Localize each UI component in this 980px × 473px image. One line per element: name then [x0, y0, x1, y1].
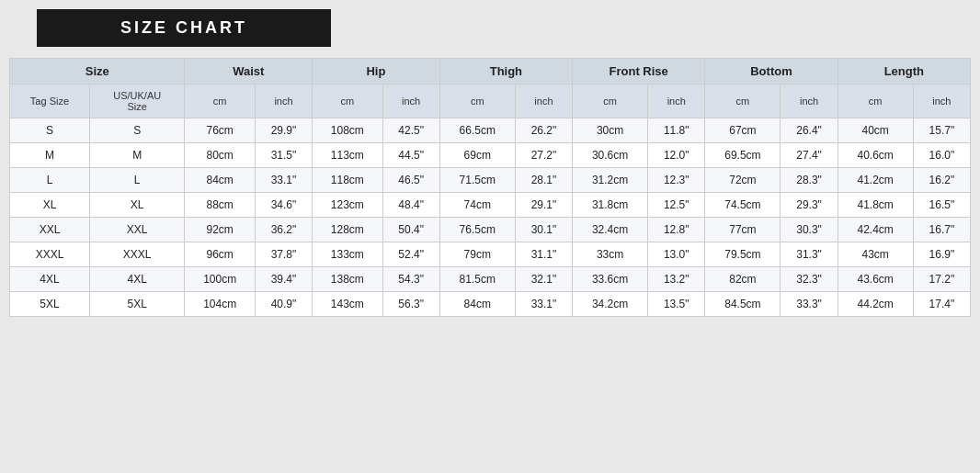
sub-len-inch: inch [913, 84, 970, 118]
table-cell: 16.0" [913, 143, 970, 168]
table-cell: 108cm [313, 118, 382, 143]
table-cell: 33.6cm [573, 267, 648, 292]
table-cell: 74.5cm [705, 193, 781, 218]
table-cell: 17.2" [913, 267, 970, 292]
table-cell: 28.3" [781, 168, 838, 193]
table-cell: 42.5" [382, 118, 439, 143]
table-cell: 76cm [185, 118, 255, 143]
table-cell: 43cm [838, 242, 913, 267]
header-front-rise: Front Rise [573, 59, 705, 84]
sub-us-size: US/UK/AUSize [89, 84, 185, 118]
table-cell: 17.4" [913, 292, 970, 317]
table-cell: 5XL [10, 292, 90, 317]
table-cell: 71.5cm [439, 168, 515, 193]
table-cell: 76.5cm [439, 218, 515, 242]
table-cell: 79cm [439, 242, 515, 267]
table-cell: 32.1" [515, 267, 572, 292]
table-cell: 33.3" [781, 292, 838, 317]
table-cell: 33.1" [515, 292, 572, 317]
table-cell: 31.8cm [573, 193, 648, 218]
sub-bot-inch: inch [781, 84, 838, 118]
table-cell: 42.4cm [838, 218, 913, 242]
sub-len-cm: cm [838, 84, 913, 118]
table-cell: 46.5" [382, 168, 439, 193]
table-cell: 5XL [89, 292, 185, 317]
table-cell: 31.3" [781, 242, 838, 267]
table-cell: 16.7" [913, 218, 970, 242]
table-cell: 82cm [705, 267, 781, 292]
table-cell: 74cm [439, 193, 515, 218]
table-cell: XXXL [89, 242, 185, 267]
table-cell: 12.8" [648, 218, 705, 242]
table-cell: 67cm [705, 118, 781, 143]
size-chart-table: Size Waist Hip Thigh Front Rise Bottom L… [9, 58, 971, 317]
header-thigh: Thigh [439, 59, 572, 84]
table-cell: XXL [89, 218, 185, 242]
table-cell: 31.2cm [573, 168, 648, 193]
table-cell: 15.7" [913, 118, 970, 143]
table-cell: 26.2" [515, 118, 572, 143]
table-cell: 54.3" [382, 267, 439, 292]
table-row: XXXLXXXL96cm37.8"133cm52.4"79cm31.1"33cm… [10, 242, 971, 267]
table-cell: 41.8cm [838, 193, 913, 218]
sub-fr-inch: inch [648, 84, 705, 118]
table-cell: 113cm [313, 143, 382, 168]
table-cell: 28.1" [515, 168, 572, 193]
table-cell: 52.4" [382, 242, 439, 267]
table-cell: 13.5" [648, 292, 705, 317]
table-row: MM80cm31.5"113cm44.5"69cm27.2"30.6cm12.0… [10, 143, 971, 168]
table-cell: 30.3" [781, 218, 838, 242]
table-cell: XXXL [10, 242, 90, 267]
table-cell: 143cm [313, 292, 382, 317]
table-cell: 13.2" [648, 267, 705, 292]
table-cell: 40cm [838, 118, 913, 143]
header-waist: Waist [185, 59, 313, 84]
table-cell: 36.2" [255, 218, 312, 242]
table-cell: 72cm [705, 168, 781, 193]
table-cell: M [89, 143, 185, 168]
header-hip: Hip [313, 59, 440, 84]
table-cell: 39.4" [255, 267, 312, 292]
table-cell: 27.4" [781, 143, 838, 168]
table-row: LL84cm33.1"118cm46.5"71.5cm28.1"31.2cm12… [10, 168, 971, 193]
sub-hip-cm: cm [313, 84, 382, 118]
table-cell: 31.1" [515, 242, 572, 267]
table-cell: 128cm [313, 218, 382, 242]
table-cell: XL [89, 193, 185, 218]
table-body: SS76cm29.9"108cm42.5"66.5cm26.2"30cm11.8… [10, 118, 971, 317]
title-text: SIZE CHART [120, 18, 247, 37]
table-cell: 13.0" [648, 242, 705, 267]
table-row: 4XL4XL100cm39.4"138cm54.3"81.5cm32.1"33.… [10, 267, 971, 292]
table-cell: XXL [10, 218, 90, 242]
title-banner: SIZE CHART [37, 9, 331, 47]
table-cell: 100cm [185, 267, 255, 292]
sub-waist-cm: cm [185, 84, 255, 118]
table-cell: 29.9" [255, 118, 312, 143]
table-cell: XL [10, 193, 90, 218]
header-length: Length [838, 59, 970, 84]
table-cell: 84cm [185, 168, 255, 193]
header-top-row: Size Waist Hip Thigh Front Rise Bottom L… [10, 59, 971, 84]
table-cell: L [10, 168, 90, 193]
table-cell: 31.5" [255, 143, 312, 168]
table-cell: 11.8" [648, 118, 705, 143]
sub-hip-inch: inch [382, 84, 439, 118]
table-cell: 84.5cm [705, 292, 781, 317]
table-cell: 41.2cm [838, 168, 913, 193]
table-cell: S [10, 118, 90, 143]
table-cell: 4XL [10, 267, 90, 292]
table-cell: 66.5cm [439, 118, 515, 143]
table-cell: 104cm [185, 292, 255, 317]
table-cell: 133cm [313, 242, 382, 267]
header-bottom: Bottom [705, 59, 838, 84]
table-cell: 32.3" [781, 267, 838, 292]
page-wrapper: SIZE CHART Size Waist Hip Thigh Front Ri… [0, 0, 980, 326]
table-cell: M [10, 143, 90, 168]
table-cell: 92cm [185, 218, 255, 242]
table-row: XLXL88cm34.6"123cm48.4"74cm29.1"31.8cm12… [10, 193, 971, 218]
sub-fr-cm: cm [573, 84, 648, 118]
table-cell: 34.2cm [573, 292, 648, 317]
table-cell: 4XL [89, 267, 185, 292]
table-cell: 12.3" [648, 168, 705, 193]
table-cell: 80cm [185, 143, 255, 168]
